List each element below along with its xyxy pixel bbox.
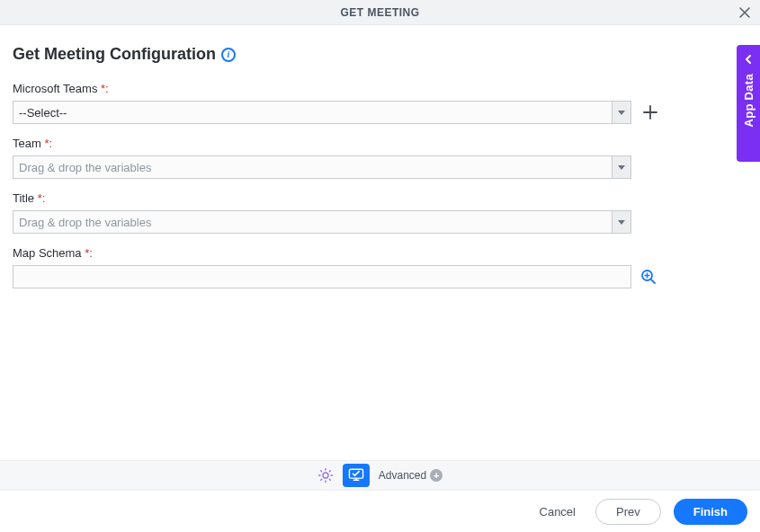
app-data-side-tab[interactable]: App Data: [737, 45, 760, 162]
field-team: Team *:: [13, 137, 747, 179]
chevron-down-icon: [618, 220, 625, 225]
label-team: Team *:: [13, 137, 747, 150]
close-icon: [738, 6, 751, 19]
gear-icon: [317, 467, 334, 483]
select-microsoft-teams-caret[interactable]: [612, 101, 631, 124]
cancel-button[interactable]: Cancel: [532, 500, 583, 524]
select-title[interactable]: [13, 210, 631, 234]
close-button[interactable]: [738, 6, 751, 19]
dialog-header: GET MEETING: [0, 0, 760, 25]
dialog-footer: Cancel Prev Finish: [0, 491, 760, 532]
label-map-schema: Map Schema *:: [13, 246, 747, 260]
select-title-input[interactable]: [13, 210, 612, 234]
form-view-button[interactable]: [343, 464, 370, 487]
field-microsoft-teams: Microsoft Teams *:: [13, 82, 747, 124]
info-icon[interactable]: i: [221, 48, 236, 62]
field-title: Title *:: [13, 191, 747, 234]
page-title: Get Meeting Configuration: [13, 45, 216, 64]
form-body: Get Meeting Configuration i Microsoft Te…: [0, 25, 760, 288]
page-title-row: Get Meeting Configuration i: [13, 45, 747, 64]
chevron-down-icon: [618, 165, 625, 170]
monitor-check-icon: [348, 468, 364, 483]
add-connector-button[interactable]: [642, 104, 658, 120]
required-star: *:: [44, 137, 52, 150]
finish-button[interactable]: Finish: [674, 499, 747, 525]
dialog-title: GET MEETING: [340, 6, 419, 19]
select-microsoft-teams-input[interactable]: [13, 101, 612, 124]
advanced-toggle[interactable]: Advanced +: [379, 469, 443, 482]
bottom-toolbar: Advanced +: [0, 460, 760, 491]
search-zoom-icon: [640, 269, 657, 285]
label-title: Title *:: [13, 191, 747, 205]
plus-icon: [642, 104, 658, 120]
select-team-input[interactable]: [13, 155, 612, 179]
plus-circle-icon: +: [430, 469, 443, 482]
map-schema-input[interactable]: [13, 265, 631, 288]
chevron-down-icon: [618, 111, 625, 115]
side-tab-label: App Data: [742, 74, 756, 127]
label-microsoft-teams: Microsoft Teams *:: [13, 82, 747, 95]
prev-button[interactable]: Prev: [595, 499, 661, 525]
select-microsoft-teams[interactable]: [13, 101, 631, 124]
advanced-label-text: Advanced: [379, 469, 426, 482]
select-team[interactable]: [13, 155, 631, 179]
select-title-caret[interactable]: [612, 210, 631, 234]
map-schema-lookup-button[interactable]: [640, 269, 657, 285]
field-map-schema: Map Schema *:: [13, 246, 747, 288]
chevron-left-icon: [744, 52, 753, 68]
required-star: *:: [85, 246, 93, 260]
settings-button[interactable]: [317, 467, 334, 483]
required-star: *:: [101, 82, 109, 95]
required-star: *:: [38, 191, 46, 205]
select-team-caret[interactable]: [612, 155, 631, 179]
